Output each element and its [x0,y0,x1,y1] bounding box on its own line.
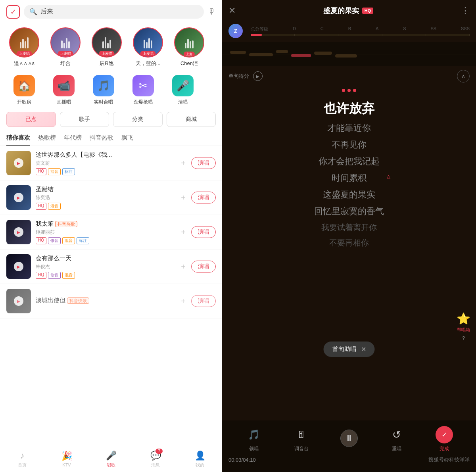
nav-item-home[interactable]: ♪ 首页 [0,446,44,472]
add-icon[interactable]: + [181,228,186,237]
song-actions: + 演唱 [181,157,216,169]
total-grade-label: 总分等级 [251,26,268,32]
tab-hot-chart[interactable]: 热歌榜 [38,134,56,146]
watermark-text: 搜狐号@科技洋洋 [428,456,470,463]
nav-item-messages[interactable]: 7 💬 消息 [133,446,178,472]
lyric-line: 不再见你 [332,139,367,151]
song-thumbnail[interactable]: ▶ [6,220,31,244]
tag-btn-store[interactable]: 商城 [167,112,216,127]
play-icon[interactable]: ▶ [14,227,23,237]
realtime-duet-icon: 🎵 [93,75,114,96]
help-sing-button[interactable]: ⭐ 帮唱箱 ? [457,312,470,341]
category-item-live-sing[interactable]: 📹 直播唱 [46,75,82,106]
grade-marker [294,34,295,36]
song-title-header: 盛夏的果实 HQ [323,6,374,15]
nav-item-ktv[interactable]: 🎉 KTV [44,446,89,472]
category-item-acapella[interactable]: 🎤 清唱 [165,75,201,106]
avatar-item[interactable]: 上麦 Chen洰 [171,27,207,67]
avatar-circle: 上麦唱 [9,27,39,58]
song-item: ▶ 会有那么一天 林俊杰 HQ 修音 混音 + 演唱 [0,249,222,284]
pause-button[interactable]: ⏸ [340,430,358,449]
avatar-badge: 上麦唱 [99,51,115,57]
sing-button[interactable]: 演唱 [191,157,216,169]
add-icon[interactable]: + [181,193,186,202]
play-icon[interactable]: ▶ [14,262,23,271]
first-sentence-helper[interactable]: 首句助唱 ✕ [324,342,375,357]
help-sing-label: 帮唱箱 [457,327,470,333]
category-label: 直播唱 [57,99,71,106]
mic-icon[interactable]: 🎙 [208,7,216,16]
grade-c: C [321,26,324,32]
more-options-icon[interactable]: ⋮ [461,6,470,16]
sing-button[interactable]: 演唱 [191,192,216,203]
check-icon[interactable]: ✓ [6,5,20,19]
close-first-sentence-icon[interactable]: ✕ [361,345,366,353]
scroll-up-button[interactable]: ∧ [457,70,470,83]
avatar-circle: 上麦唱 [133,27,163,58]
dot-indicator [342,89,345,92]
tag-row: 已点 歌手 分类 商城 [0,109,222,130]
song-thumbnail[interactable]: ▶ [6,185,31,210]
sing-button[interactable]: 演唱 [191,226,216,238]
tab-era-chart[interactable]: 年代榜 [64,134,82,146]
song-artist: 莫文蔚 [36,160,176,167]
song-tags: HQ 修音 混音 标注 [36,237,176,244]
tag-fix: 修音 [48,237,61,244]
help-question-icon: ? [462,335,465,341]
category-item-open-room[interactable]: 🏠 开歌房 [6,75,42,106]
add-icon[interactable]: + [181,159,186,168]
score-bar: Z 总分等级 D C B A S SS SSS [222,21,476,42]
search-input-wrap[interactable]: 🔍 [24,5,204,19]
tag-btn-singer[interactable]: 歌手 [60,112,109,127]
tag-mix: 混音 [62,237,75,244]
category-label: 劲爆抢唱 [134,99,153,106]
nav-item-profile[interactable]: 👤 我的 [178,446,222,472]
avatar-item[interactable]: 上麦唱 圩合 [48,27,83,67]
pitch-segment-active [291,54,311,57]
tab-guess-like[interactable]: 猜你喜欢 [6,134,30,146]
profile-icon: 👤 [195,451,205,461]
sing-button[interactable]: 演唱 [191,261,216,272]
play-icon[interactable]: ▶ [14,296,23,306]
song-thumbnail[interactable]: ▶ [6,254,31,279]
tab-douyin-hot[interactable]: 抖音热歌 [90,134,113,146]
grade-sss: SSS [461,26,470,32]
add-icon[interactable]: + [181,262,186,271]
song-list: ▶ 这世界那么多人【电影《我... 莫文蔚 HQ 混音 标注 + 演唱 ▶ [0,146,222,446]
nav-item-sing[interactable]: 🎤 唱歌 [89,446,133,472]
tag-btn-queued[interactable]: 已点 [6,112,56,127]
lead-sing-button[interactable]: 🎵 领唱 [245,426,263,452]
avatar-item[interactable]: 上麦唱 辰R逸 [89,27,125,67]
restart-icon: ↺ [388,426,405,443]
song-thumbnail[interactable]: ▶ [6,151,31,175]
close-button[interactable]: ✕ [228,6,236,16]
complete-button[interactable]: ✓ 完成 [436,426,453,452]
restart-button[interactable]: ↺ 重唱 [388,426,405,452]
category-item-grab-sing[interactable]: ✂ 劲爆抢唱 [125,75,161,106]
sing-button[interactable]: 演唱 [191,295,216,307]
avatar-badge: 上麦唱 [140,51,156,57]
play-preview-button[interactable]: ▶ [253,71,263,81]
category-item-realtime-duet[interactable]: 🎵 实时合唱 [86,75,121,106]
search-input[interactable] [40,8,198,15]
avatar-item[interactable]: 上麦唱 天，蓝的... [130,27,166,67]
mixer-button[interactable]: 🎚 调音台 [293,426,310,452]
ktv-icon: 🎉 [61,451,72,461]
sing-icon: 🎤 [106,451,117,461]
avatar-circle: 上麦唱 [92,27,122,58]
song-thumbnail[interactable]: ▶ [6,289,31,313]
nav-label-messages: 消息 [151,462,160,468]
message-badge: 7 [155,449,163,454]
home-icon: ♪ [20,451,25,461]
triangle-icon: △ [387,174,390,179]
control-buttons-row: 🎵 领唱 🎚 调音台 ⏸ ↺ 重唱 ✓ 完成 [222,420,476,455]
tab-fly[interactable]: 飘飞 [121,134,133,146]
play-icon[interactable]: ▶ [14,193,23,202]
nav-label-sing: 唱歌 [107,462,115,468]
avatar-item[interactable]: 上麦唱 追∧∧∧ε [6,27,42,67]
play-icon[interactable]: ▶ [14,158,23,168]
song-actions: + 演唱 [181,295,216,307]
tag-btn-category[interactable]: 分类 [113,112,163,127]
pitch-visualization [222,42,476,66]
add-icon[interactable]: + [181,297,186,306]
